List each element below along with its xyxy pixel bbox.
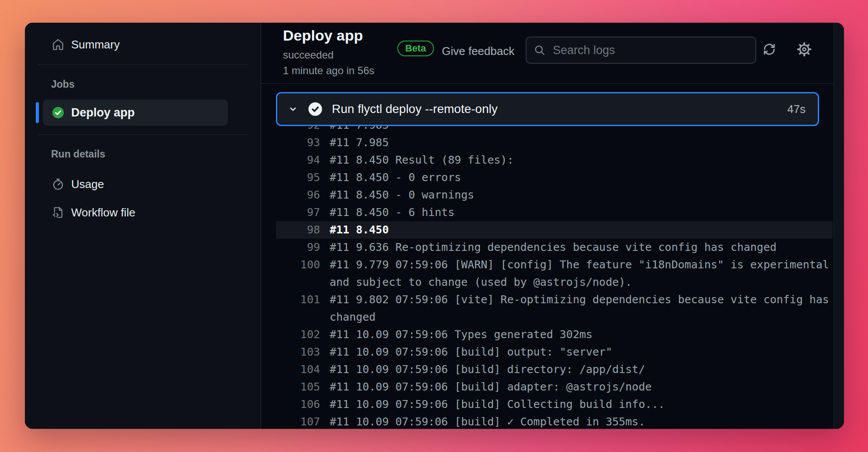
- job-log-window: Summary Jobs Deploy app Run details: [25, 23, 844, 429]
- gear-icon: [796, 41, 812, 57]
- log-line-text: #11 10.09 07:59:06 [build] Collecting bu…: [330, 396, 833, 413]
- sidebar: Summary Jobs Deploy app Run details: [25, 23, 261, 429]
- sidebar-item-usage[interactable]: Usage: [43, 173, 104, 195]
- log-line-number[interactable]: 105: [276, 378, 320, 396]
- log-line-number[interactable]: 100: [276, 256, 320, 274]
- log-line-number[interactable]: 101: [276, 291, 320, 308]
- log-line-text: #11 8.450 Result (89 files):: [330, 151, 833, 169]
- stopwatch-icon: [52, 178, 65, 191]
- log-line-number[interactable]: 96: [276, 186, 320, 204]
- log-line-number[interactable]: 102: [276, 326, 320, 343]
- page-title: Deploy app: [283, 27, 363, 44]
- log-line-98[interactable]: 98#11 8.450: [276, 221, 833, 239]
- log-line-97[interactable]: 97#11 8.450 - 6 hints: [276, 204, 833, 221]
- log-line-text: #11 10.09 07:59:06 [build] output: "serv…: [330, 343, 833, 361]
- sidebar-item-label: Deploy app: [71, 106, 135, 120]
- search-logs-box: [526, 37, 756, 64]
- log-line-text: #11 10.09 07:59:06 [build] adapter: @ast…: [330, 378, 833, 396]
- step-success-check-icon: [308, 102, 323, 116]
- sync-icon: [761, 41, 777, 57]
- search-logs-input[interactable]: [552, 43, 748, 58]
- log-line-text: #11 7.985: [330, 134, 833, 151]
- sidebar-item-label: Usage: [71, 178, 104, 191]
- log-line-text: #11 10.09 07:59:06 Types generated 302ms: [330, 326, 833, 343]
- log-scrollbar-track[interactable]: [834, 23, 844, 429]
- run-status: succeeded: [283, 49, 334, 61]
- log-line-104[interactable]: 104#11 10.09 07:59:06 [build] directory:…: [276, 361, 833, 378]
- log-line-text: #11 9.802 07:59:06 [vite] Re-optimizing …: [330, 291, 833, 326]
- log-line-text: #11 8.450: [330, 221, 833, 239]
- search-icon: [534, 44, 546, 56]
- log-line-number[interactable]: 99: [276, 239, 320, 256]
- refresh-logs-button[interactable]: [761, 41, 777, 57]
- sidebar-item-label: Summary: [71, 38, 120, 51]
- log-panel: Deploy app succeeded 1 minute ago in 56s…: [261, 23, 844, 429]
- log-line-106[interactable]: 106#11 10.09 07:59:06 [build] Collecting…: [276, 396, 833, 413]
- log-line-number[interactable]: 98: [276, 221, 320, 239]
- log-line-101[interactable]: 101#11 9.802 07:59:06 [vite] Re-optimizi…: [276, 291, 833, 326]
- file-code-icon: [52, 206, 65, 219]
- sidebar-item-label: Workflow file: [71, 206, 135, 219]
- success-check-icon: [52, 106, 65, 119]
- log-lines: 92#11 7.985 ~~~~~~~93#11 7.98594#11 8.45…: [276, 116, 833, 429]
- beta-badge: Beta: [397, 41, 434, 56]
- log-line-text: #11 9.636 Re-optimizing dependencies bec…: [330, 239, 833, 256]
- log-line-103[interactable]: 103#11 10.09 07:59:06 [build] output: "s…: [276, 343, 833, 361]
- log-line-number[interactable]: 93: [276, 134, 320, 151]
- run-meta: 1 minute ago in 56s: [283, 65, 374, 77]
- log-line-number[interactable]: 107: [276, 413, 320, 429]
- log-line-number[interactable]: 97: [276, 204, 320, 221]
- log-line-94[interactable]: 94#11 8.450 Result (89 files):: [276, 151, 833, 169]
- log-line-99[interactable]: 99#11 9.636 Re-optimizing dependencies b…: [276, 239, 833, 256]
- run-details-section-label: Run details: [51, 148, 105, 160]
- log-line-text: #11 8.450 - 0 warnings: [330, 186, 833, 204]
- log-line-number[interactable]: 94: [276, 151, 320, 169]
- log-line-number[interactable]: 95: [276, 169, 320, 186]
- log-line-96[interactable]: 96#11 8.450 - 0 warnings: [276, 186, 833, 204]
- log-line-number[interactable]: 104: [276, 361, 320, 378]
- desktop-background: { "sidebar": { "summary_label": "Summary…: [0, 0, 868, 452]
- sidebar-item-summary[interactable]: Summary: [43, 34, 120, 55]
- sidebar-item-workflow-file[interactable]: Workflow file: [43, 201, 135, 224]
- sidebar-item-deploy-app[interactable]: Deploy app: [43, 99, 228, 126]
- log-line-102[interactable]: 102#11 10.09 07:59:06 Types generated 30…: [276, 326, 833, 343]
- step-title: Run flyctl deploy --remote-only: [332, 102, 498, 116]
- log-line-text: #11 8.450 - 6 hints: [330, 204, 833, 221]
- log-line-text: #11 9.779 07:59:06 [WARN] [config] The f…: [330, 256, 833, 291]
- log-line-text: #11 8.450 - 0 errors: [330, 169, 833, 186]
- log-settings-button[interactable]: [796, 41, 812, 57]
- log-line-105[interactable]: 105#11 10.09 07:59:06 [build] adapter: @…: [276, 378, 833, 396]
- step-header-run-flyctl[interactable]: Run flyctl deploy --remote-only 47s: [276, 92, 819, 126]
- sidebar-divider: [38, 64, 248, 65]
- log-line-93[interactable]: 93#11 7.985: [276, 134, 833, 151]
- chevron-down-icon[interactable]: [287, 103, 299, 115]
- give-feedback-link[interactable]: Give feedback: [442, 45, 514, 58]
- run-header: Deploy app succeeded 1 minute ago in 56s…: [261, 23, 844, 84]
- jobs-section-label: Jobs: [51, 79, 75, 90]
- log-line-95[interactable]: 95#11 8.450 - 0 errors: [276, 169, 833, 186]
- log-line-text: #11 10.09 07:59:06 [build] directory: /a…: [330, 361, 833, 378]
- log-line-text: #11 10.09 07:59:06 [build] ✓ Completed i…: [330, 413, 833, 429]
- sidebar-divider: [38, 134, 248, 135]
- log-line-107[interactable]: 107#11 10.09 07:59:06 [build] ✓ Complete…: [276, 413, 833, 429]
- selected-job-accent: [36, 102, 39, 123]
- log-line-100[interactable]: 100#11 9.779 07:59:06 [WARN] [config] Th…: [276, 256, 833, 291]
- log-line-number[interactable]: 103: [276, 343, 320, 361]
- log-line-number[interactable]: 106: [276, 396, 320, 413]
- home-icon: [52, 38, 65, 51]
- step-duration: 47s: [787, 103, 806, 116]
